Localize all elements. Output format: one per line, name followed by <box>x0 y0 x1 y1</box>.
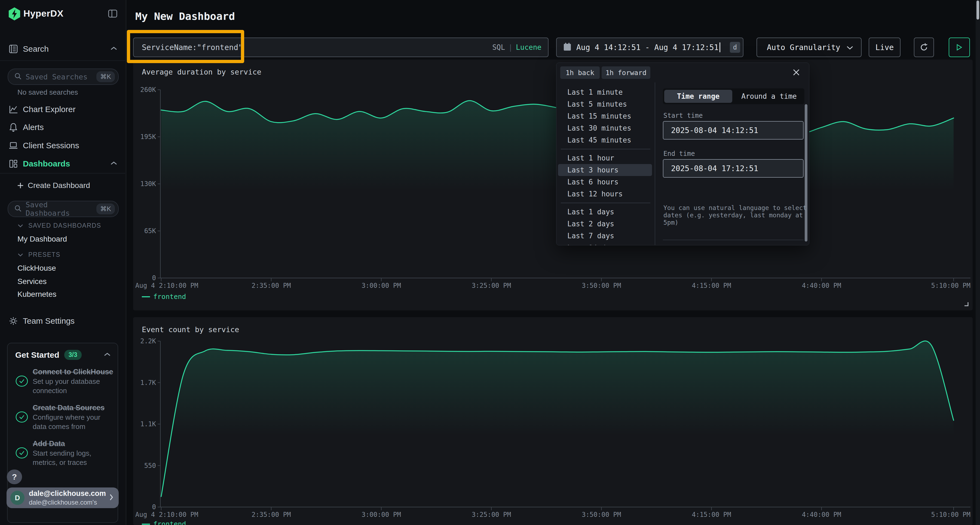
shift-forward-label: 1h forward <box>605 69 646 77</box>
duration-shortcut-badge: d <box>730 42 740 53</box>
sidebar-item-dashboards[interactable]: Dashboards <box>0 156 126 171</box>
bell-icon <box>8 122 19 132</box>
dashboard-filter-input[interactable]: ServiceName:"frontend" SQL|Lucene <box>133 38 549 57</box>
close-icon[interactable] <box>792 68 800 78</box>
preset-last-12-hours[interactable]: Last 12 hours <box>558 188 652 200</box>
toggle-separator: | <box>508 43 512 51</box>
preset-last-1-hour[interactable]: Last 1 hour <box>558 152 652 164</box>
section-header-label: PRESETS <box>28 251 60 259</box>
svg-text:260K: 260K <box>140 86 156 94</box>
svg-text:3:00:00 PM: 3:00:00 PM <box>361 282 401 289</box>
main-content: My New Dashboard ServiceName:"frontend" … <box>126 0 980 525</box>
svg-text:550: 550 <box>144 462 156 469</box>
chart-panel-avg-duration: Average duration by service 065K130K195K… <box>133 60 973 310</box>
svg-text:4:40:00 PM: 4:40:00 PM <box>802 282 842 289</box>
line-chart-avg-duration[interactable]: 065K130K195K260KAug 4 2:10:00 PM2:35:00 … <box>133 60 973 310</box>
run-query-button[interactable] <box>949 38 970 57</box>
get-started-item[interactable]: Create Data SourcesConfigure where your … <box>15 403 112 431</box>
natural-language-hint: You can use natural language to select d… <box>663 204 809 226</box>
start-time-input[interactable]: 2025-08-04 14:12:51 <box>663 121 803 140</box>
search-icon <box>14 205 22 213</box>
chevron-up-icon[interactable] <box>103 352 111 358</box>
svg-text:3:50:00 PM: 3:50:00 PM <box>582 511 621 519</box>
sidebar: HyperDX Search Saved Searches ⌘K No save… <box>0 0 126 525</box>
preset-last-15-minutes[interactable]: Last 15 minutes <box>558 110 652 122</box>
shift-forward-button[interactable]: 1h forward <box>601 67 650 79</box>
svg-text:0: 0 <box>152 274 156 282</box>
section-header-saved-dashboards[interactable]: SAVED DASHBOARDS <box>18 222 101 229</box>
chart-legend[interactable]: frontend <box>142 293 186 301</box>
granularity-select[interactable]: Auto Granularity <box>757 38 862 57</box>
chart-legend[interactable]: frontend <box>142 520 186 525</box>
hyperdx-logo-icon <box>8 7 21 21</box>
svg-text:0: 0 <box>152 503 156 511</box>
play-icon <box>956 44 963 51</box>
create-dashboard-button[interactable]: Create Dashboard <box>0 178 126 193</box>
divider <box>663 240 803 240</box>
help-button[interactable]: ? <box>7 469 22 484</box>
app-title: HyperDX <box>24 8 64 19</box>
svg-text:3:00:00 PM: 3:00:00 PM <box>361 511 401 519</box>
get-started-item-desc: Configure where your data comes from <box>33 412 115 431</box>
section-header-presets[interactable]: PRESETS <box>18 251 60 259</box>
sidebar-item-label: Search <box>23 44 49 54</box>
sidebar-item-alerts[interactable]: Alerts <box>0 120 126 135</box>
page-title: My New Dashboard <box>135 10 235 22</box>
sidebar-link-my-dashboard[interactable]: My Dashboard <box>18 235 67 243</box>
user-account-chip[interactable]: D dale@clickhouse.com dale@clickhouse.co… <box>6 487 119 508</box>
sidebar-link-kubernetes[interactable]: Kubernetes <box>18 290 56 299</box>
get-started-progress-badge: 3/3 <box>64 350 82 360</box>
preset-last-30-minutes[interactable]: Last 30 minutes <box>558 122 652 134</box>
get-started-item-title: Create Data Sources <box>33 403 115 412</box>
sidebar-item-chart-explorer[interactable]: Chart Explorer <box>0 102 126 117</box>
saved-searches-input[interactable]: Saved Searches ⌘K <box>8 68 119 85</box>
preset-last-1-minute[interactable]: Last 1 minute <box>558 86 652 98</box>
page-scrollbar-thumb[interactable] <box>977 0 979 20</box>
live-label: Live <box>875 43 894 52</box>
refresh-button[interactable] <box>914 38 934 57</box>
sidebar-item-team-settings[interactable]: Team Settings <box>0 313 126 328</box>
preset-last-5-minutes[interactable]: Last 5 minutes <box>558 98 652 110</box>
time-range-input[interactable]: Aug 4 14:12:51 - Aug 4 17:12:51 d <box>556 38 743 57</box>
end-time-label: End time <box>663 150 695 157</box>
sql-toggle[interactable]: SQL <box>492 43 505 51</box>
no-saved-searches-note: No saved searches <box>18 88 78 97</box>
legend-swatch <box>142 523 150 525</box>
sidebar-collapse-icon[interactable] <box>107 8 118 19</box>
shift-back-label: 1h back <box>566 69 594 77</box>
sidebar-item-search[interactable]: Search <box>0 41 126 57</box>
get-started-item[interactable]: Connect to ClickHouseSet up your databas… <box>15 367 112 395</box>
line-chart-event-count[interactable]: 05501.1K1.7K2.2KAug 4 2:10:00 PM2:35:00 … <box>133 317 973 525</box>
svg-text:1.7K: 1.7K <box>140 379 156 387</box>
sidebar-link-services[interactable]: Services <box>18 277 46 286</box>
preset-last-6-hours[interactable]: Last 6 hours <box>558 176 652 188</box>
panel-resize-handle[interactable] <box>963 301 969 308</box>
lucene-toggle[interactable]: Lucene <box>516 43 541 51</box>
shift-back-button[interactable]: 1h back <box>560 67 600 79</box>
sidebar-item-label: Chart Explorer <box>23 105 75 114</box>
tab-around-a-time[interactable]: Around a time <box>735 90 803 103</box>
saved-dashboards-input[interactable]: Saved Dashboards ⌘K <box>8 201 119 217</box>
saved-searches-placeholder: Saved Searches <box>25 73 88 81</box>
svg-text:3:50:00 PM: 3:50:00 PM <box>582 282 621 289</box>
get-started-item[interactable]: Add DataStart sending logs, metrics, or … <box>15 439 112 467</box>
preset-last-7-days[interactable]: Last 7 days <box>558 230 652 242</box>
get-started-items: Connect to ClickHouseSet up your databas… <box>8 367 118 467</box>
calendar-icon <box>563 43 571 52</box>
tab-time-range[interactable]: Time range <box>664 90 732 103</box>
end-time-input[interactable]: 2025-08-04 17:12:51 <box>663 159 803 178</box>
preset-last-14-days[interactable]: Last 14 days <box>558 242 652 245</box>
preset-last-1-days[interactable]: Last 1 days <box>558 206 652 218</box>
sidebar-link-clickhouse[interactable]: ClickHouse <box>18 264 56 273</box>
logo-row: HyperDX <box>0 6 126 22</box>
page-scrollbar[interactable] <box>976 0 980 525</box>
sidebar-item-label: Client Sessions <box>23 141 79 150</box>
dashboard-grid-icon <box>8 159 19 169</box>
sidebar-item-client-sessions[interactable]: Client Sessions <box>0 138 126 153</box>
shortcut-badge: ⌘K <box>96 203 115 214</box>
preset-last-45-minutes[interactable]: Last 45 minutes <box>558 134 652 146</box>
preset-last-2-days[interactable]: Last 2 days <box>558 218 652 230</box>
granularity-value: Auto Granularity <box>767 43 840 52</box>
live-button[interactable]: Live <box>869 38 900 57</box>
preset-last-3-hours[interactable]: Last 3 hours <box>558 164 652 176</box>
